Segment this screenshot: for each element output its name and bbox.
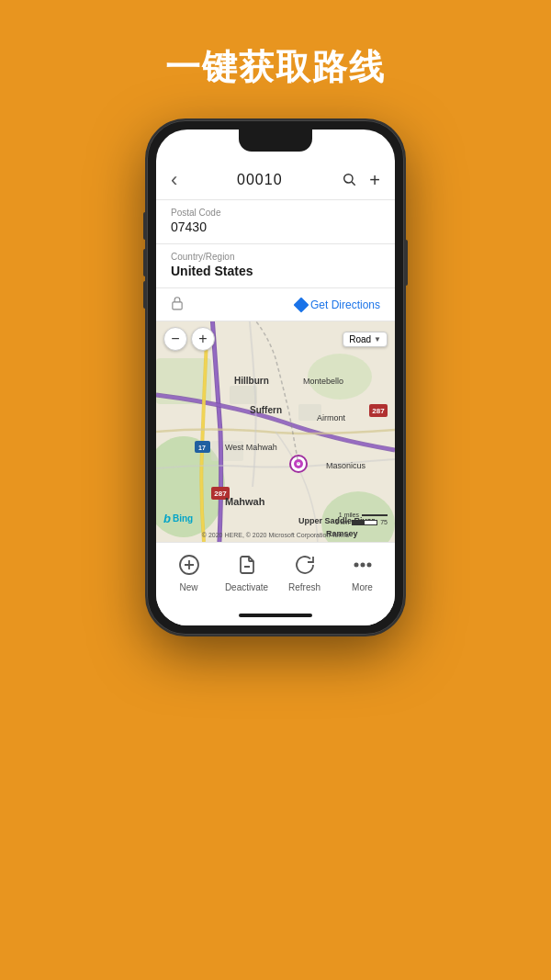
svg-line-1: [352, 182, 355, 186]
svg-text:Montebello: Montebello: [303, 377, 343, 386]
home-indicator: [156, 605, 395, 625]
new-label: New: [179, 582, 197, 592]
svg-rect-8: [230, 386, 257, 404]
country-label: Country/Region: [171, 252, 380, 262]
deactivate-button[interactable]: Deactivate: [221, 550, 272, 592]
svg-text:Mahwah: Mahwah: [225, 496, 265, 507]
svg-text:West Mahwah: West Mahwah: [225, 443, 277, 452]
lock-icon: [171, 296, 184, 313]
svg-point-35: [354, 564, 357, 567]
country-section: Country/Region United States: [156, 244, 395, 288]
directions-row: Get Directions: [156, 288, 395, 321]
svg-point-37: [367, 564, 370, 567]
phone-shell: ‹ 00010 + Postal Code 07430 C: [147, 120, 404, 635]
country-value: United States: [171, 264, 380, 282]
svg-point-0: [344, 174, 353, 182]
svg-text:Masonicus: Masonicus: [326, 461, 366, 470]
map-scale: 1 miles 1 km 75: [335, 512, 388, 525]
svg-text:Suffern: Suffern: [250, 405, 282, 415]
map-controls: − + Road ▼: [163, 327, 388, 351]
deactivate-icon: [232, 550, 262, 580]
zoom-in-button[interactable]: +: [191, 327, 215, 351]
refresh-button[interactable]: Refresh: [279, 550, 330, 592]
hero-title: 一键获取路线: [165, 44, 386, 91]
get-directions-label: Get Directions: [310, 299, 380, 311]
svg-text:287: 287: [372, 407, 385, 415]
map-type-selector[interactable]: Road ▼: [343, 332, 388, 347]
phone-screen: ‹ 00010 + Postal Code 07430 C: [156, 130, 395, 625]
zoom-out-button[interactable]: −: [163, 327, 187, 351]
bottom-toolbar: New Deactivate: [156, 542, 395, 605]
page-title: 00010: [237, 172, 283, 188]
directions-icon: [293, 297, 309, 312]
back-button[interactable]: ‹: [171, 168, 177, 192]
svg-rect-2: [173, 302, 182, 310]
bing-watermark: b Bing: [163, 512, 193, 525]
add-button[interactable]: +: [369, 170, 380, 191]
postal-code-label: Postal Code: [171, 208, 380, 218]
search-icon[interactable]: [342, 172, 356, 189]
svg-text:17: 17: [198, 445, 206, 451]
svg-text:Airmont: Airmont: [317, 413, 346, 422]
postal-code-value: 07430: [171, 220, 380, 238]
new-button[interactable]: New: [163, 550, 214, 592]
map-type-arrow-icon: ▼: [374, 335, 381, 344]
notch: [239, 130, 312, 152]
refresh-label: Refresh: [288, 582, 320, 592]
nav-icons-right: +: [342, 170, 380, 191]
svg-point-36: [361, 564, 364, 567]
more-icon: [348, 550, 377, 580]
home-bar: [239, 614, 312, 617]
refresh-icon: [290, 550, 320, 580]
new-icon: [174, 550, 204, 580]
bing-label: Bing: [173, 513, 193, 524]
content-area: Postal Code 07430 Country/Region United …: [156, 200, 395, 542]
deactivate-label: Deactivate: [225, 582, 268, 592]
map-copyright: © 2020 HERE, © 2020 Microsoft Corporatio…: [156, 532, 395, 538]
more-button[interactable]: More: [337, 550, 388, 592]
map-type-label: Road: [349, 334, 371, 344]
map-svg: 287 17 287 Hillburn Monteb: [156, 321, 395, 542]
bing-logo: b: [163, 512, 171, 525]
map-container[interactable]: 287 17 287 Hillburn Monteb: [156, 321, 395, 542]
postal-code-section: Postal Code 07430: [156, 200, 395, 244]
svg-text:Hillburn: Hillburn: [234, 376, 269, 386]
more-label: More: [352, 582, 373, 592]
get-directions-button[interactable]: Get Directions: [296, 299, 380, 311]
